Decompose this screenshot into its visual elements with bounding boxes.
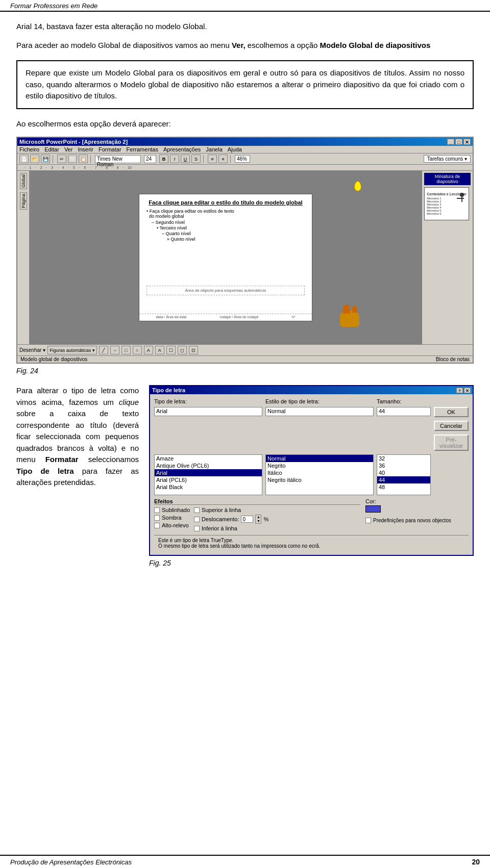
toolbar-bold[interactable]: B (159, 155, 168, 163)
menu-ferramentas[interactable]: Ferramentas (127, 146, 158, 152)
shadow-btn[interactable]: ☐ (166, 346, 176, 354)
rect-btn[interactable]: □ (121, 346, 131, 354)
font-dialog-body: Tipo de letra: Estilo de tipo de letra: … (150, 394, 473, 555)
line-btn[interactable]: ╱ (99, 346, 108, 354)
toolbar-left[interactable]: ≡ (208, 155, 217, 163)
effects-left: Sublinhado Sombra Alto-relevo (154, 507, 190, 533)
cancel-button[interactable]: Cancelar (434, 421, 469, 431)
superior-checkbox[interactable] (194, 507, 200, 513)
font-size-input[interactable]: 44 (377, 407, 431, 416)
paragraph-1: Arial 14, bastava fazer esta alteração n… (16, 21, 474, 33)
ppt-minimize-btn[interactable]: _ (447, 139, 454, 145)
color-swatch[interactable] (365, 505, 381, 513)
size-item-32[interactable]: 32 (377, 455, 430, 462)
slide-footer-num: nº (292, 315, 295, 319)
ppt-close-btn[interactable]: ✕ (463, 139, 471, 145)
ppt-ruler: · 1 · 2 · 3 · 4 · 5 · 6 · 7 · 8 · 9 · 10 (17, 165, 473, 171)
font-style-input[interactable]: Normal (265, 407, 374, 416)
deslocamento-spin[interactable]: ▲ ▼ (255, 515, 261, 524)
style-item-italico[interactable]: Itálico (266, 469, 373, 476)
ppt-maximize-btn[interactable]: □ (455, 139, 462, 145)
font-size-box[interactable]: 24 (144, 155, 156, 163)
sublinhado-checkbox[interactable] (154, 507, 160, 513)
font-dialog-labels-row: Tipo de letra: Estilo de tipo de letra: … (154, 398, 469, 405)
toolbar-copy[interactable]: ⬜ (68, 155, 77, 163)
font-dialog-close[interactable]: ✕ (464, 388, 471, 393)
menu-ajuda[interactable]: Ajuda (228, 146, 242, 152)
alto-relevo-checkbox[interactable] (154, 523, 160, 528)
size-item-48[interactable]: 48 (377, 483, 430, 491)
font-item-arial-black[interactable]: Arial Black (155, 483, 262, 491)
effects-title: Efeitos (154, 498, 360, 505)
font-item-arial[interactable]: Arial (155, 469, 262, 476)
style-item-negrito[interactable]: Negrito (266, 462, 373, 469)
size-list-col: 32 36 40 44 48 (377, 454, 431, 495)
font-item-arial-pcl6[interactable]: Arial (PCL6) (155, 476, 262, 483)
font-item-amaze[interactable]: Amaze (155, 455, 262, 462)
thumbnail-figure (457, 193, 467, 205)
style-item-normal[interactable]: Normal (266, 455, 373, 462)
ppt-left-panel: Global Página (17, 171, 30, 344)
toolbar-cut[interactable]: ✂ (57, 155, 66, 163)
menu-janela[interactable]: Janela (206, 146, 222, 152)
menu-ver[interactable]: Ver (64, 146, 73, 152)
wordart-btn[interactable]: A (155, 346, 164, 354)
textbox-btn[interactable]: A (144, 346, 153, 354)
deslocamento-checkbox[interactable] (194, 517, 200, 522)
ok-button[interactable]: OK (434, 407, 469, 417)
menu-formatar[interactable]: Formatar (99, 146, 121, 152)
toolbar-save[interactable]: 💾 (41, 155, 50, 163)
autoshapes-btn[interactable]: Figuras automáticas ▾ (47, 346, 97, 354)
inferior-checkbox[interactable] (194, 526, 200, 531)
preview-button[interactable]: Pré-visualizar (434, 435, 469, 451)
style-listbox[interactable]: Normal Negrito Itálico Negrito itálico (265, 454, 374, 495)
arrow-btn[interactable]: → (110, 346, 119, 354)
spin-up[interactable]: ▲ (256, 515, 261, 519)
size-item-36[interactable]: 36 (377, 462, 430, 469)
style-item-negrito-italico[interactable]: Negrito itálico (266, 476, 373, 483)
font-listbox[interactable]: Amaze Antique Olive (PCL6) Arial Arial (… (154, 454, 262, 495)
toolbar-center[interactable]: ≡ (218, 155, 228, 163)
toolbar-sep2 (90, 155, 92, 163)
font-item-antique[interactable]: Antique Olive (PCL6) (155, 462, 262, 469)
slide-title: Faça clique para editar o estilo do títu… (146, 199, 305, 206)
size-listbox[interactable]: 32 36 40 44 48 (377, 454, 431, 495)
footer-title: Produção de Apresentações Electrónicas (10, 858, 132, 866)
font-style-label: Estilo de tipo de letra: (265, 398, 374, 404)
font-name-input[interactable]: Arial (154, 407, 262, 416)
header-title: Formar Professores em Rede (10, 2, 97, 10)
toolbar-italic[interactable]: I (170, 155, 179, 163)
zoom-box[interactable]: 46% (235, 155, 250, 163)
toolbar-underline[interactable]: U (181, 155, 190, 163)
btn-spacer (434, 398, 469, 405)
size-item-40[interactable]: 40 (377, 469, 430, 476)
draw-label: Desenhar ▾ (19, 347, 45, 353)
spin-down[interactable]: ▼ (256, 519, 261, 523)
menu-editar[interactable]: Editar (44, 146, 59, 152)
menu-inserir[interactable]: Inserir (78, 146, 93, 152)
sombra-checkbox[interactable] (154, 515, 160, 521)
superior-label: Superior à linha (202, 507, 241, 513)
tasks-dropdown[interactable]: Tarefas comuns ▾ (424, 155, 471, 163)
toolbar-open[interactable]: 📂 (30, 155, 39, 163)
toolbar-paste[interactable]: 📋 (79, 155, 88, 163)
sombra-label: Sombra (162, 515, 182, 521)
fig24-caption: Fig. 24 (16, 367, 474, 375)
font-name-box[interactable]: Times New Roman (95, 155, 141, 163)
font-dialog-help[interactable]: ? (456, 388, 463, 393)
menu-ficheiro[interactable]: Ficheiro (19, 146, 39, 152)
slide-area-label: Área de objecto para esquemas automático… (146, 286, 305, 295)
oval-btn[interactable]: ○ (133, 346, 142, 354)
font-dialog-inputs-row: Arial Normal 44 OK Cancelar Pré-visualiz… (154, 407, 469, 453)
fill-btn[interactable]: ⊡ (189, 346, 198, 354)
toolbar-new[interactable]: 📄 (19, 155, 29, 163)
two-column-section: Para alterar o tipo de letra como vimos … (16, 385, 474, 572)
3d-btn[interactable]: ◻ (178, 346, 187, 354)
menu-apresentacoes[interactable]: Apresentações (163, 146, 201, 152)
slide-thumbnail: Conteúdos e Leccionar Memória 1 Memória … (424, 187, 469, 220)
size-item-44[interactable]: 44 (377, 476, 430, 483)
style-input-col: Normal (265, 407, 374, 453)
deslocamento-input[interactable]: 0 (241, 516, 253, 523)
predefinitions-checkbox[interactable] (365, 518, 371, 523)
toolbar-shadow[interactable]: S (191, 155, 201, 163)
